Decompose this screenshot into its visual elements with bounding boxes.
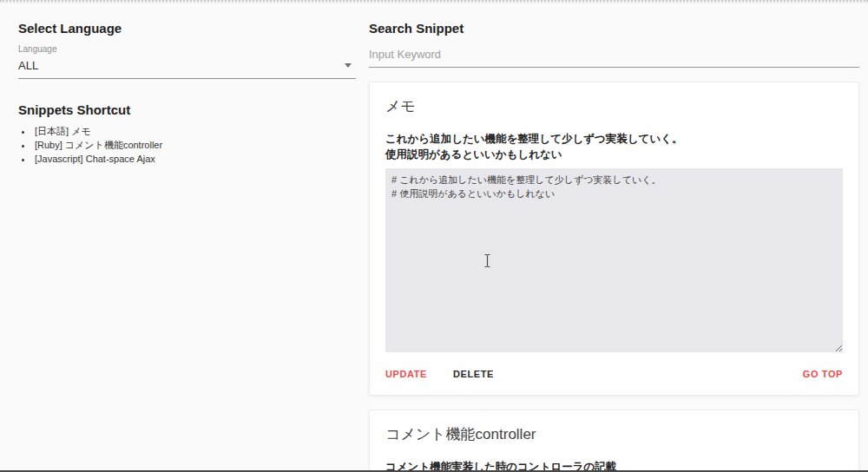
update-button[interactable]: UPDATE [385, 367, 427, 381]
search-snippet-heading: Search Snippet [369, 21, 859, 36]
select-language-heading: Select Language [18, 21, 356, 36]
snippet-card-memo: メモ これから追加したい機能を整理して少しずつ実装していく。 使用説明があるとい… [369, 82, 859, 396]
snippet-description-line: 使用説明があるといいかもしれない [385, 147, 843, 162]
snippets-shortcut-list: [日本語] メモ [Ruby] コメント機能controller [Javasc… [18, 124, 356, 166]
language-selected-value: ALL [18, 59, 38, 72]
snippet-app-page: { "page": { "background": "#fafafa", "ac… [0, 0, 868, 472]
delete-button[interactable]: DELETE [453, 367, 494, 381]
go-top-button[interactable]: GO TOP [803, 367, 843, 381]
snippet-code-textarea[interactable]: # これから追加したい機能を整理して少しずつ実装していく。 # 使用説明があると… [385, 168, 843, 352]
window-top-edge [0, 0, 868, 3]
snippet-description-line: これから追加したい機能を整理して少しずつ実装していく。 [385, 131, 843, 147]
text-cursor-icon [483, 253, 492, 268]
language-select-field: Language ALL [18, 44, 356, 79]
snippet-card-comment-controller: コメント機能controller コメント機能実装した時のコントローラの記載 c… [369, 410, 859, 472]
shortcut-item-memo[interactable]: [日本語] メモ [33, 124, 356, 138]
left-panel: Select Language Language ALL Snippets Sh… [18, 21, 356, 166]
shortcut-item-comment-controller[interactable]: [Ruby] コメント機能controller [33, 138, 356, 152]
snippet-title: メモ [385, 97, 843, 116]
dropdown-arrow-icon [345, 63, 352, 68]
language-field-label: Language [18, 44, 356, 55]
search-keyword-input[interactable] [369, 43, 859, 68]
shortcut-item-chatspace-ajax[interactable]: [Javascript] Chat-space Ajax [33, 152, 356, 166]
language-select[interactable]: ALL [18, 55, 356, 79]
right-panel: Search Snippet メモ これから追加したい機能を整理して少しずつ実装… [369, 21, 859, 472]
snippet-title: コメント機能controller [385, 425, 843, 444]
snippet-actions: UPDATE DELETE GO TOP [385, 367, 843, 381]
snippets-shortcut-heading: Snippets Shortcut [18, 102, 356, 118]
